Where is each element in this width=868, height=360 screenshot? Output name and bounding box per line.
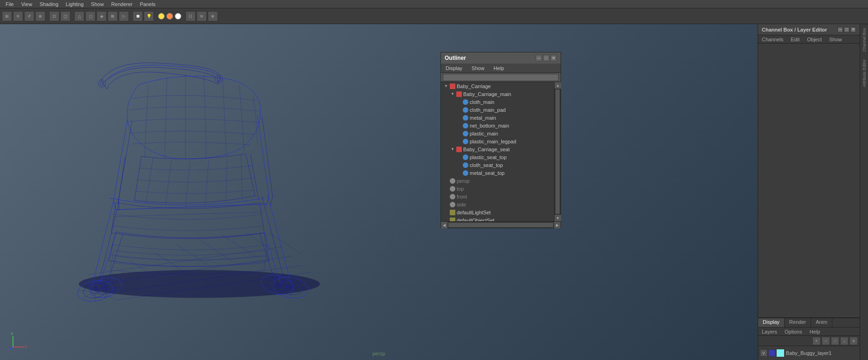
menu-view[interactable]: View [18, 1, 36, 7]
tree-item-plastic-legpad[interactable]: plastic_main_legpad [441, 137, 561, 145]
toolbar-deform[interactable]: ⊠ [108, 11, 118, 21]
svg-line-11 [223, 235, 255, 256]
toolbar-circle-orange[interactable] [166, 13, 173, 19]
tree-item-lightset[interactable]: defaultLightSet [441, 208, 561, 216]
tree-item-objectset[interactable]: defaultObjectSet [441, 216, 561, 221]
tree-item-cloth-seat[interactable]: cloth_seat_top [441, 161, 561, 169]
channel-box-title: Channel Box / Layer Editor [762, 27, 827, 32]
menu-channels[interactable]: Channels [758, 37, 787, 42]
outliner-scroll-right[interactable]: ▶ [554, 222, 561, 228]
outliner-scroll-left[interactable]: ◀ [441, 222, 447, 228]
tree-item-cloth-pad[interactable]: cloth_main_pad [441, 106, 561, 114]
tree-item-net-bottom[interactable]: net_bottom_main [441, 122, 561, 129]
menu-object[interactable]: Object [803, 37, 825, 42]
outliner-vscroll-thumb[interactable] [555, 90, 560, 214]
icon-persp [449, 178, 456, 184]
layer-type-indicator[interactable] [768, 349, 776, 357]
toolbar-extra2[interactable]: ≋ [197, 11, 207, 21]
outliner-menu-help[interactable]: Help [489, 65, 509, 71]
toolbar-extra3[interactable]: ⊕ [208, 11, 218, 21]
outliner-panel: Outliner ─ □ ✕ Display Show Help ▼ [440, 52, 561, 228]
outliner-close-button[interactable]: ✕ [550, 55, 557, 61]
tab-anim[interactable]: Anim [811, 318, 832, 327]
toolbar-light[interactable]: 💡 [144, 11, 154, 21]
toolbar-rotate[interactable]: ↺ [24, 11, 34, 21]
svg-point-46 [215, 75, 223, 83]
label-objectset: defaultObjectSet [457, 218, 561, 222]
tree-item-metal-main[interactable]: metal_main [441, 114, 561, 122]
tree-item-front[interactable]: front [441, 193, 561, 200]
tab-display[interactable]: Display [758, 318, 785, 327]
layer-visibility-toggle[interactable]: V [760, 349, 767, 357]
menu-help[interactable]: Help [806, 329, 824, 334]
outliner-scroll-up[interactable]: ▲ [555, 82, 561, 89]
toolbar-anim[interactable]: ▷ [119, 11, 129, 21]
toolbar-scale[interactable]: ⊕ [35, 11, 45, 21]
toolbar-camera[interactable]: ◫ [60, 11, 70, 21]
menu-shading[interactable]: Shading [36, 1, 62, 7]
outliner-minimize-button[interactable]: ─ [536, 55, 542, 61]
layer-down-button[interactable]: ↓ [840, 337, 849, 345]
layer-color-swatch[interactable] [777, 349, 784, 357]
menu-show[interactable]: Show [87, 1, 108, 7]
vertical-label-attribute: Attribute Editor [862, 59, 867, 87]
icon-metal-main [462, 115, 469, 121]
expand-carriage-seat[interactable]: ▼ [449, 146, 456, 153]
toolbar-move[interactable]: ✛ [13, 11, 23, 21]
menu-options[interactable]: Options [781, 329, 806, 334]
layer-options-button[interactable]: ≡ [849, 337, 858, 345]
outliner-hscrollbar[interactable] [448, 223, 553, 227]
svg-line-10 [199, 240, 232, 261]
menu-edit[interactable]: Edit [787, 37, 803, 42]
outliner-search-input[interactable] [443, 74, 559, 81]
toolbar-sub[interactable]: ◈ [96, 11, 107, 21]
layer-row-buggy[interactable]: V Baby_Buggy_layer1 [758, 348, 860, 358]
outliner-vscrollbar[interactable]: ▲ ▼ [554, 82, 561, 221]
channel-box-minimize[interactable]: ─ [837, 27, 843, 32]
tree-item-side[interactable]: side [441, 200, 561, 208]
tree-item-carriage-seat[interactable]: ▼ Baby_Carriage_seat [441, 145, 561, 153]
menu-renderer[interactable]: Renderer [108, 1, 136, 7]
layer-delete-button[interactable]: − [822, 337, 830, 345]
tree-item-cloth-main[interactable]: cloth_main [441, 98, 561, 106]
tree-item-metal-seat[interactable]: metal_seat_top [441, 169, 561, 177]
outliner-menu-bar: Display Show Help [441, 64, 561, 73]
toolbar-snap[interactable]: ⊡ [49, 11, 59, 21]
label-metal-main: metal_main [470, 115, 561, 121]
toolbar-circle-white[interactable] [175, 13, 181, 19]
channel-box-maximize[interactable]: □ [844, 27, 849, 32]
icon-plastic-seat [462, 154, 469, 161]
toolbar-circle-yellow[interactable] [158, 13, 165, 19]
tree-item-plastic-seat[interactable]: plastic_seat_top [441, 153, 561, 161]
tree-item-top[interactable]: top [441, 185, 561, 193]
layer-up-button[interactable]: ↑ [831, 337, 839, 345]
outliner-titlebar[interactable]: Outliner ─ □ ✕ [441, 52, 561, 64]
icon-cloth-seat [462, 162, 469, 168]
toolbar-poly[interactable]: △ [74, 11, 84, 21]
layer-new-button[interactable]: + [812, 337, 821, 345]
viewport[interactable]: .wire { stroke: #1a1aaa; stroke-width: 0… [0, 24, 758, 360]
menu-layers[interactable]: Layers [758, 329, 781, 334]
outliner-menu-display[interactable]: Display [441, 65, 467, 71]
outliner-window-buttons: ─ □ ✕ [536, 55, 557, 61]
expand-baby-carriage[interactable]: ▼ [443, 83, 449, 90]
toolbar-nurbs[interactable]: ◻ [85, 11, 96, 21]
menu-file[interactable]: File [2, 1, 18, 7]
menu-panels[interactable]: Panels [136, 1, 160, 7]
toolbar-render-btn[interactable]: 🔲 [133, 11, 143, 21]
expand-carriage-main[interactable]: ▼ [449, 91, 456, 97]
outliner-menu-show[interactable]: Show [467, 65, 489, 71]
tree-item-persp[interactable]: persp [441, 177, 561, 185]
tree-item-baby-carriage[interactable]: ▼ Baby_Carriage [441, 82, 561, 90]
tree-item-carriage-main[interactable]: ▼ Baby_Carriage_main [441, 90, 561, 98]
outliner-scroll-down[interactable]: ▼ [555, 215, 561, 221]
menu-lighting[interactable]: Lighting [62, 1, 88, 7]
label-plastic-seat: plastic_seat_top [470, 154, 561, 160]
outliner-maximize-button[interactable]: □ [543, 55, 549, 61]
menu-show-ch[interactable]: Show [825, 37, 846, 42]
tree-item-plastic-main[interactable]: plastic_main [441, 129, 561, 137]
toolbar-extra1[interactable]: ⟨⟩ [185, 11, 196, 21]
toolbar-select[interactable]: ⊞ [2, 11, 12, 21]
tab-render[interactable]: Render [785, 318, 811, 327]
channel-box-close[interactable]: ✕ [850, 27, 856, 32]
